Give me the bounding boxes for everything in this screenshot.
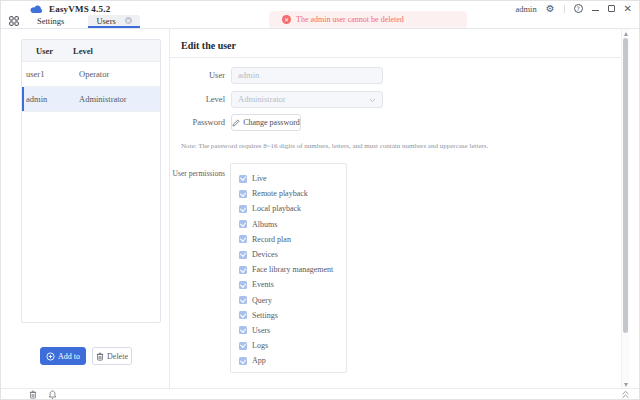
users-table-body: user1 Operator admin Administrator (22, 62, 160, 112)
permission-item[interactable]: Settings (239, 308, 346, 323)
permission-item-label: Face library management (252, 265, 333, 274)
permission-item[interactable]: Face library management (239, 262, 346, 277)
chevron-down-icon (369, 98, 376, 103)
level-field-label: Level (169, 91, 225, 108)
permission-item-label: Remote playback (252, 189, 308, 198)
delete-user-button[interactable]: Delete (92, 347, 132, 365)
collapse-double-chevron-up-icon[interactable] (621, 390, 630, 399)
checkbox-checked-icon[interactable] (239, 296, 247, 304)
checkbox-checked-icon[interactable] (239, 220, 247, 228)
logged-in-user: admin (515, 4, 536, 14)
permission-item[interactable]: Remote playback (239, 186, 346, 201)
app-title: EasyVMS 4.5.2 (49, 4, 110, 14)
permission-item[interactable]: Events (239, 277, 346, 292)
settings-gear-icon[interactable]: ⚙ (546, 4, 555, 14)
permission-item[interactable]: Record plan (239, 232, 346, 247)
checkbox-checked-icon[interactable] (239, 281, 247, 289)
user-field-label: User (169, 67, 225, 84)
scroll-up-arrow-icon[interactable] (624, 32, 628, 36)
checkbox-checked-icon[interactable] (239, 175, 247, 183)
trash-statusbar-icon[interactable] (29, 390, 37, 399)
permission-item-label: Query (252, 296, 272, 305)
error-toast: ✕ The admin user cannot be deleted (269, 11, 467, 28)
checkbox-checked-icon[interactable] (239, 251, 247, 259)
permissions-label: User permissions (167, 165, 225, 182)
vertical-scrollbar[interactable] (621, 29, 630, 390)
cell-level: Operator (67, 69, 160, 79)
column-header-user: User (22, 46, 67, 56)
permission-item-label: Logs (252, 341, 268, 350)
help-icon[interactable]: ? (574, 4, 583, 13)
change-password-button[interactable]: Change password (231, 114, 301, 131)
permission-item[interactable]: App (239, 353, 346, 368)
checkbox-checked-icon[interactable] (239, 326, 247, 334)
checkbox-checked-icon[interactable] (239, 266, 247, 274)
checkbox-checked-icon[interactable] (239, 311, 247, 319)
checkbox-checked-icon[interactable] (239, 190, 247, 198)
maximize-icon[interactable] (608, 5, 615, 12)
permission-item[interactable]: Logs (239, 338, 346, 353)
easyvms-window: EasyVMS 4.5.2 admin ⚙ ? ✕ Settings Users… (0, 0, 640, 400)
users-table-header: User Level (22, 40, 160, 62)
checkbox-checked-icon[interactable] (239, 357, 247, 365)
tab-close-icon[interactable]: ✕ (125, 17, 132, 24)
minimize-icon[interactable] (592, 10, 599, 11)
user-input[interactable]: admin (231, 67, 383, 84)
permission-item-label: Events (252, 280, 274, 289)
scrollbar-thumb[interactable] (623, 38, 628, 333)
permission-item-label: Users (252, 326, 270, 335)
error-circle-icon: ✕ (282, 15, 291, 24)
password-field-label: Password (169, 114, 225, 131)
titlebar-controls: admin ⚙ ? ✕ (515, 1, 632, 16)
password-note: Note: The password requires 8~16 digits … (181, 142, 621, 150)
permission-item-label: Record plan (252, 235, 291, 244)
permission-item-label: Devices (252, 250, 278, 259)
app-menu-grid-icon[interactable] (9, 16, 19, 26)
permission-item-label: Settings (252, 311, 278, 320)
checkbox-checked-icon[interactable] (239, 342, 247, 350)
cell-user: admin (22, 94, 67, 104)
scroll-down-arrow-icon[interactable] (624, 383, 628, 387)
error-toast-message: The admin user cannot be deleted (296, 15, 404, 24)
checkbox-checked-icon[interactable] (239, 235, 247, 243)
permission-item-label: App (252, 356, 266, 365)
add-user-button[interactable]: Add to (40, 347, 86, 365)
edit-user-title: Edit the user (181, 40, 236, 51)
permission-item-label: Local playback (252, 204, 301, 213)
titlebar-separator (564, 5, 565, 13)
table-row[interactable]: user1 Operator (22, 62, 160, 87)
delete-user-label: Delete (107, 352, 128, 361)
tab-users-label: Users (96, 16, 115, 26)
level-select[interactable]: Administrator (231, 91, 383, 108)
permission-item[interactable]: Albums (239, 217, 346, 232)
permission-item[interactable]: Local playback (239, 201, 346, 216)
bottom-statusbar (1, 388, 639, 399)
permission-item[interactable]: Query (239, 293, 346, 308)
level-select-value: Administrator (238, 94, 286, 104)
notification-bell-icon[interactable] (48, 390, 57, 399)
trash-icon (96, 352, 104, 361)
form-divider (170, 57, 621, 58)
permissions-list: Live Remote playback Local playback Albu… (230, 163, 347, 373)
permission-item[interactable]: Users (239, 323, 346, 338)
cell-user: user1 (22, 69, 67, 79)
close-window-icon[interactable]: ✕ (624, 4, 632, 14)
add-user-label: Add to (58, 352, 80, 361)
column-header-level: Level (67, 46, 160, 56)
change-password-label: Change password (243, 118, 300, 127)
tab-settings[interactable]: Settings (37, 16, 64, 28)
edit-pen-icon (232, 119, 240, 127)
permission-item[interactable]: Devices (239, 247, 346, 262)
tab-users[interactable]: Users ✕ (88, 15, 139, 28)
plus-circle-icon (46, 352, 55, 361)
cloud-logo-icon (29, 4, 44, 14)
permission-item-label: Albums (252, 220, 277, 229)
table-row[interactable]: admin Administrator (22, 87, 160, 112)
checkbox-checked-icon[interactable] (239, 205, 247, 213)
permission-item[interactable]: Live (239, 171, 346, 186)
cell-level: Administrator (67, 94, 160, 104)
users-table: User Level user1 Operator admin Administ… (21, 39, 161, 323)
permission-item-label: Live (252, 174, 267, 183)
